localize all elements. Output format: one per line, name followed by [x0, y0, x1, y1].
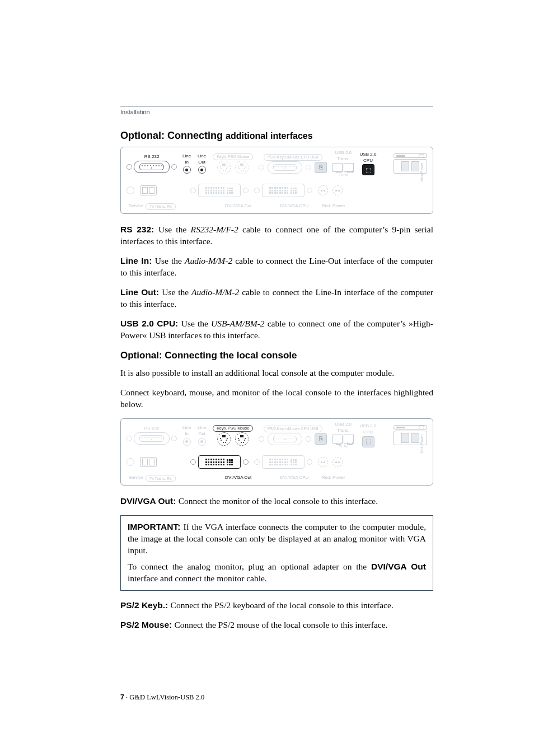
- txt: Use the: [162, 287, 191, 297]
- lead-ps2keyb: PS/2 Keyb.:: [120, 600, 171, 610]
- rj-port-icon: [344, 163, 354, 172]
- screw-hole-icon: [127, 436, 132, 441]
- power-connector-icon: [318, 185, 343, 195]
- dvi-port-icon: [198, 455, 241, 469]
- rj-port-icon: [344, 435, 354, 444]
- screw-hole-icon: [307, 459, 312, 465]
- para-lineout: Line Out: Use the Audio-M/M-2 cable to c…: [120, 287, 433, 310]
- cable-rs232: RS232-M/F-2: [191, 225, 238, 234]
- heading-main: Optional: Connecting: [120, 130, 226, 141]
- important-box: IMPORTANT: If the VGA interface connects…: [120, 515, 433, 591]
- notice-p1: IMPORTANT: If the VGA interface connects…: [128, 521, 426, 557]
- usb-port-icon: ⎘: [315, 433, 327, 445]
- screw-hole-icon: [254, 188, 260, 193]
- lbl-linein: Line In: [182, 425, 191, 437]
- lbl-usb20trans: USB 2.0 Trans.: [332, 150, 354, 162]
- screw-hole-icon: [171, 164, 177, 170]
- notice-p2: To connect the analog monitor, plug an o…: [128, 561, 426, 585]
- lbl-txrx: Tx Rx: [339, 172, 348, 177]
- service-jack-icon: [127, 458, 134, 466]
- lbl-lineout: Line Out: [196, 425, 207, 437]
- header-rule: [120, 106, 433, 107]
- txt-dvivga: DVI/VGA Out: [371, 562, 426, 571]
- dvi-port-icon: [262, 455, 305, 469]
- lbl-dviout: DVI/VGA Out: [216, 475, 261, 481]
- lbl-usb20trans: USB 2.0 Trans.: [332, 422, 354, 434]
- heading-sub: additional interfaces: [226, 131, 313, 141]
- para-linein: Line In: Use the Audio-M/M-2 cable to co…: [120, 255, 433, 279]
- ps2-port-icon: [217, 432, 231, 446]
- doc-title: G&D LwLVision-USB 2.0: [129, 693, 204, 701]
- screw-hole-icon: [259, 436, 264, 442]
- txt: Connect the PS/2 mouse of the local cons…: [174, 620, 387, 629]
- ps2-port-icon: [235, 432, 249, 446]
- dvi-port-icon: [262, 184, 305, 197]
- lead-rs232: RS 232:: [120, 225, 158, 234]
- lbl-ps2cpu: PS/2 Keyb./Mouse CPU USB: [264, 426, 322, 432]
- vga-port-icon: [268, 433, 302, 445]
- lbl-keyb-ps2: Keyb. PS/2 Mouse: [213, 425, 253, 432]
- screw-hole-icon: [306, 165, 311, 170]
- sfp-cage-icon: [140, 185, 157, 195]
- screw-hole-icon: [306, 436, 311, 442]
- para-usb20cpu: USB 2.0 CPU: Use the USB-AM/BM-2 cable t…: [120, 318, 433, 342]
- lbl-rs232: RS 232: [144, 154, 160, 160]
- txt: Use the: [155, 256, 185, 265]
- para-ps2mouse: PS/2 Mouse: Connect the PS/2 mouse of th…: [120, 619, 433, 631]
- para-intro2: Connect keyboard, mouse, and monitor of …: [120, 387, 433, 410]
- service-jack-icon: [127, 186, 134, 194]
- sfp-cage-icon: [140, 457, 157, 467]
- db9-port-icon: [134, 432, 170, 445]
- txt: Use the: [181, 319, 211, 328]
- ps2-port-icon: [217, 161, 231, 174]
- dvi-port-icon: [198, 184, 241, 197]
- screw-hole-icon: [254, 459, 260, 465]
- vga-port-icon: [268, 161, 302, 174]
- lbl-txrx: Tx Rx: [339, 444, 348, 449]
- cable-audio: Audio-M/M-2: [191, 287, 239, 297]
- rj-port-icon: [332, 435, 343, 444]
- ps2-port-icon: [235, 161, 249, 174]
- backpanel-diagram-1: RS 232 Line In Line Out Keyb. PS/2 Mouse…: [120, 147, 433, 214]
- usb-port-icon: ⎘: [315, 162, 327, 173]
- lbl-usb20cpu: USB 2.0 CPU: [359, 152, 377, 164]
- usb-b-port-icon: ⬚: [362, 436, 374, 447]
- lbl-redpower: Red. Power: [317, 475, 350, 481]
- para-rs232: RS 232: Use the RS232-M/F-2 cable to con…: [120, 224, 433, 248]
- lbl-mainpower: Main Power: [419, 434, 424, 453]
- audio-jack-icon: [198, 166, 206, 174]
- audio-jack-icon: [198, 438, 206, 446]
- audio-jack-icon: [183, 438, 191, 446]
- screw-hole-icon: [243, 188, 249, 193]
- screw-hole-icon: [171, 436, 177, 441]
- lbl-service: Service: [127, 475, 146, 481]
- lbl-service: Service: [127, 203, 146, 209]
- screw-hole-icon: [190, 459, 196, 465]
- lbl-ps2cpu: PS/2 Keyb./Mouse CPU USB: [264, 154, 322, 161]
- heading-local-console: Optional: Connecting the local console: [120, 349, 433, 362]
- lead-dviout: DVI/VGA Out:: [120, 496, 179, 506]
- lead-important: IMPORTANT:: [128, 522, 183, 531]
- page-number: 7: [120, 693, 124, 701]
- lbl-trans: Tx Trans. Rx: [146, 475, 176, 482]
- cable-usb: USB-AM/BM-2: [211, 319, 265, 328]
- para-ps2keyb: PS/2 Keyb.: Connect the PS/2 keyboard of…: [120, 600, 433, 612]
- screw-hole-icon: [127, 164, 132, 170]
- cable-audio: Audio-M/M-2: [185, 256, 232, 265]
- lbl-lineout: Line Out: [196, 153, 207, 166]
- lbl-linein: Line In: [182, 153, 191, 166]
- lbl-rs232: RS 232: [144, 426, 160, 432]
- para-dviout: DVI/VGA Out: Connect the monitor of the …: [120, 496, 433, 507]
- txt: Use the: [158, 225, 191, 234]
- txt: To connect the analog monitor, plug an o…: [128, 562, 371, 571]
- txt: Connect the monitor of the local console…: [179, 496, 378, 506]
- lbl-dviout: DVI/VGA Out: [216, 203, 261, 209]
- lead-lineout: Line Out:: [120, 287, 162, 297]
- screw-hole-icon: [259, 165, 264, 170]
- heading-optional-interfaces: Optional: Connecting additional interfac…: [120, 129, 433, 142]
- para-intro1: It is also possible to install an additi…: [120, 367, 433, 379]
- db9-port-icon: [134, 161, 170, 173]
- power-connector-icon: [318, 457, 343, 467]
- usb-b-port-icon: ⬚: [362, 164, 374, 175]
- page-footer: 7 · G&D LwLVision-USB 2.0: [120, 693, 204, 702]
